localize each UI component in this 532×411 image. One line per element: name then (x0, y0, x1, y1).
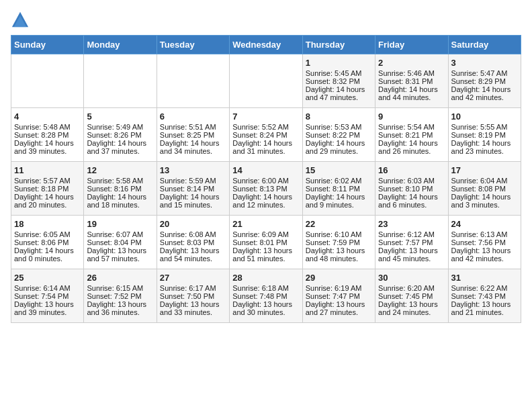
cell-info: Sunrise: 5:58 AM (87, 177, 153, 185)
cell-info: Sunset: 8:14 PM (160, 185, 226, 193)
calendar-cell: 3Sunrise: 5:47 AMSunset: 8:29 PMDaylight… (448, 54, 521, 108)
calendar-table: SundayMondayTuesdayWednesdayThursdayFrid… (11, 35, 521, 323)
calendar-cell: 17Sunrise: 6:04 AMSunset: 8:08 PMDayligh… (448, 162, 521, 216)
cell-info: Daylight: 13 hours and 33 minutes. (160, 300, 226, 316)
cell-info: Sunset: 8:03 PM (160, 238, 226, 246)
day-number: 5 (87, 111, 153, 122)
cell-info: Sunset: 8:24 PM (232, 131, 299, 139)
day-number: 23 (378, 219, 445, 229)
calendar-cell: 7Sunrise: 5:52 AMSunset: 8:24 PMDaylight… (230, 108, 302, 162)
cell-info: Sunrise: 5:53 AM (306, 123, 372, 131)
calendar-cell: 28Sunrise: 6:18 AMSunset: 7:48 PMDayligh… (230, 269, 302, 323)
calendar-cell: 16Sunrise: 6:03 AMSunset: 8:10 PMDayligh… (375, 162, 448, 216)
calendar-cell: 11Sunrise: 5:57 AMSunset: 8:18 PMDayligh… (11, 162, 84, 216)
cell-info: Sunset: 7:56 PM (451, 238, 518, 246)
cell-info: Daylight: 14 hours and 34 minutes. (160, 139, 226, 155)
calendar-cell: 14Sunrise: 6:00 AMSunset: 8:13 PMDayligh… (230, 162, 302, 216)
cell-info: Sunset: 8:06 PM (14, 238, 81, 246)
calendar-cell: 6Sunrise: 5:51 AMSunset: 8:25 PMDaylight… (157, 108, 229, 162)
calendar-cell: 19Sunrise: 6:07 AMSunset: 8:04 PMDayligh… (84, 216, 157, 269)
day-number: 6 (160, 111, 226, 122)
day-number: 22 (306, 219, 372, 229)
cell-info: Sunrise: 6:08 AM (160, 230, 226, 238)
day-number: 14 (232, 165, 299, 175)
cell-info: Sunset: 7:52 PM (87, 292, 153, 300)
column-header-sunday: Sunday (11, 36, 84, 54)
day-number: 24 (451, 219, 518, 229)
day-number: 13 (160, 165, 226, 175)
calendar-header-row: SundayMondayTuesdayWednesdayThursdayFrid… (11, 36, 521, 54)
day-number: 25 (14, 273, 81, 283)
cell-info: Daylight: 14 hours and 31 minutes. (232, 139, 299, 155)
day-number: 18 (14, 219, 81, 229)
cell-info: Sunset: 8:04 PM (87, 238, 153, 246)
calendar-cell: 23Sunrise: 6:12 AMSunset: 7:57 PMDayligh… (375, 216, 448, 269)
cell-info: Sunset: 8:01 PM (232, 238, 299, 246)
column-header-tuesday: Tuesday (157, 36, 229, 54)
logo-icon (11, 11, 30, 30)
cell-info: Sunrise: 6:03 AM (378, 177, 445, 185)
cell-info: Sunrise: 6:14 AM (14, 284, 81, 292)
day-number: 15 (306, 165, 372, 175)
column-header-saturday: Saturday (448, 36, 521, 54)
calendar-cell: 4Sunrise: 5:48 AMSunset: 8:28 PMDaylight… (11, 108, 84, 162)
cell-info: Daylight: 14 hours and 23 minutes. (451, 139, 518, 155)
day-number: 1 (306, 58, 372, 68)
cell-info: Daylight: 13 hours and 54 minutes. (160, 246, 226, 263)
cell-info: Sunset: 8:10 PM (378, 185, 445, 193)
day-number: 9 (378, 111, 445, 122)
cell-info: Sunrise: 5:54 AM (378, 123, 445, 131)
cell-info: Sunrise: 6:00 AM (232, 177, 299, 185)
cell-info: Sunset: 7:43 PM (451, 292, 518, 300)
cell-info: Daylight: 13 hours and 39 minutes. (14, 300, 81, 316)
cell-info: Sunset: 7:45 PM (378, 292, 445, 300)
cell-info: Sunset: 8:31 PM (378, 77, 445, 85)
day-number: 8 (306, 111, 372, 122)
cell-info: Daylight: 13 hours and 42 minutes. (451, 246, 518, 263)
day-number: 28 (232, 273, 299, 283)
cell-info: Sunrise: 5:52 AM (232, 123, 299, 131)
cell-info: Sunrise: 6:19 AM (306, 284, 372, 292)
calendar-cell: 29Sunrise: 6:19 AMSunset: 7:47 PMDayligh… (302, 269, 375, 323)
cell-info: Sunset: 8:13 PM (232, 185, 299, 193)
cell-info: Sunrise: 6:05 AM (14, 230, 81, 238)
cell-info: Sunset: 8:29 PM (451, 77, 518, 85)
day-number: 20 (160, 219, 226, 229)
calendar-cell: 30Sunrise: 6:20 AMSunset: 7:45 PMDayligh… (375, 269, 448, 323)
column-header-wednesday: Wednesday (230, 36, 302, 54)
calendar-cell: 1Sunrise: 5:45 AMSunset: 8:32 PMDaylight… (302, 54, 375, 108)
cell-info: Daylight: 13 hours and 45 minutes. (378, 246, 445, 263)
cell-info: Sunset: 8:08 PM (451, 185, 518, 193)
day-number: 26 (87, 273, 153, 283)
cell-info: Sunrise: 6:04 AM (451, 177, 518, 185)
calendar-cell (11, 54, 84, 108)
calendar-cell: 31Sunrise: 6:22 AMSunset: 7:43 PMDayligh… (448, 269, 521, 323)
cell-info: Sunset: 8:25 PM (160, 131, 226, 139)
cell-info: Sunset: 7:54 PM (14, 292, 81, 300)
calendar-cell: 8Sunrise: 5:53 AMSunset: 8:22 PMDaylight… (302, 108, 375, 162)
day-number: 2 (378, 58, 445, 68)
cell-info: Sunrise: 6:20 AM (378, 284, 445, 292)
cell-info: Sunset: 7:50 PM (160, 292, 226, 300)
calendar-cell: 25Sunrise: 6:14 AMSunset: 7:54 PMDayligh… (11, 269, 84, 323)
calendar-week-5: 25Sunrise: 6:14 AMSunset: 7:54 PMDayligh… (11, 269, 521, 323)
cell-info: Daylight: 13 hours and 27 minutes. (306, 300, 372, 316)
cell-info: Sunset: 8:26 PM (87, 131, 153, 139)
calendar-cell: 15Sunrise: 6:02 AMSunset: 8:11 PMDayligh… (302, 162, 375, 216)
cell-info: Daylight: 14 hours and 42 minutes. (451, 85, 518, 101)
day-number: 19 (87, 219, 153, 229)
column-header-monday: Monday (84, 36, 157, 54)
cell-info: Sunrise: 5:46 AM (378, 69, 445, 77)
day-number: 4 (14, 111, 81, 122)
cell-info: Daylight: 14 hours and 6 minutes. (378, 193, 445, 209)
calendar-cell: 2Sunrise: 5:46 AMSunset: 8:31 PMDaylight… (375, 54, 448, 108)
cell-info: Sunrise: 6:12 AM (378, 230, 445, 238)
calendar-cell: 20Sunrise: 6:08 AMSunset: 8:03 PMDayligh… (157, 216, 229, 269)
day-number: 11 (14, 165, 81, 175)
calendar-cell: 10Sunrise: 5:55 AMSunset: 8:19 PMDayligh… (448, 108, 521, 162)
day-number: 31 (451, 273, 518, 283)
page-header (11, 11, 521, 30)
column-header-friday: Friday (375, 36, 448, 54)
cell-info: Sunrise: 6:13 AM (451, 230, 518, 238)
cell-info: Daylight: 13 hours and 24 minutes. (378, 300, 445, 316)
